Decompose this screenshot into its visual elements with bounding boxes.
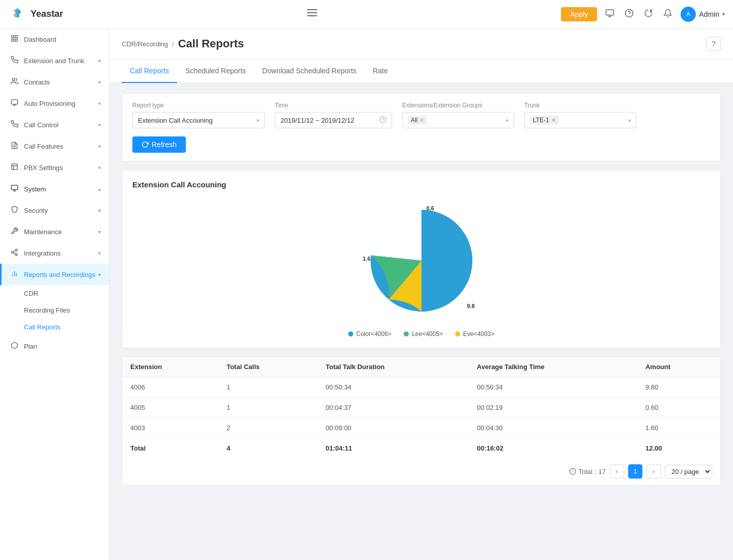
table-header-row: Extension Total Calls Total Talk Duratio… [122,357,720,377]
report-type-label: Report type [132,102,265,109]
sidebar-item-system[interactable]: System ▴ [0,178,109,200]
trunk-field: Trunk LTE-1 ✕ ▾ [524,102,636,128]
per-page-select[interactable]: 20 / page [665,465,712,479]
report-type-select[interactable]: Extension Call Accouning ▾ [132,112,265,128]
svg-rect-14 [11,39,13,41]
label-16: 1.6 [363,256,371,262]
cdr-label: CDR [24,290,38,297]
dashboard-icon [10,35,19,44]
sidebar-item-call-control[interactable]: Call Control ▾ [0,114,109,135]
sidebar-item-security[interactable]: Security ▾ [0,200,109,221]
sidebar-item-call-features[interactable]: Call Features ▾ [0,135,109,157]
cell-total-duration: 01:04:11 [318,438,469,459]
legend-label-eve4003: Eve<4003> [463,330,494,338]
call-reports-label: Call Reports [24,323,61,331]
monitor-icon[interactable] [603,7,616,22]
sidebar-item-label: Call Control [24,121,59,129]
sidebar-item-auto-provisioning[interactable]: Auto Provisioning ▾ [0,93,109,114]
apply-button[interactable]: Apply [561,7,597,21]
ext-groups-value: All [411,117,417,124]
sidebar-sub-item-call-reports[interactable]: Call Reports [0,319,109,335]
help-icon[interactable]: ? [707,37,721,51]
cloud-icon[interactable] [642,7,655,22]
sidebar-item-label: System [24,185,46,193]
sidebar-item-integrations[interactable]: Intergrations ▾ [0,242,109,264]
total-label: Total [578,468,592,475]
content-body: Report type Extension Call Accouning ▾ T… [109,83,733,495]
current-page-button[interactable]: 1 [628,464,642,479]
sidebar-sub-item-cdr[interactable]: CDR [0,285,109,302]
col-amount: Amount [637,357,720,377]
cell-amount: 1.60 [637,418,720,438]
plan-icon [10,342,19,351]
sidebar-item-contacts[interactable]: Contacts ▾ [0,71,109,93]
tabs-container: Call Reports Scheduled Reports Download … [109,60,733,83]
tab-scheduled-reports[interactable]: Scheduled Reports [177,60,254,83]
trunk-remove-icon[interactable]: ✕ [551,117,556,124]
cell-amount: 0.60 [637,398,720,418]
table-row: 4003 2 00:09:00 00:04:30 1.60 [122,418,720,438]
cell-total-duration: 00:04:37 [318,398,469,418]
call-control-icon [10,120,19,129]
pagination-total: Total: 17 [569,468,606,475]
header-right: Apply A Admin ▾ [561,7,725,22]
auto-provisioning-icon [10,99,19,108]
time-input[interactable]: 2019/11/12 ~ 2019/12/12 [275,112,392,128]
svg-point-2 [18,11,21,14]
cell-extension: 4006 [122,377,218,398]
tab-rate[interactable]: Rate [364,60,396,83]
sidebar-item-pbx-settings[interactable]: PBX Settings ▾ [0,157,109,178]
sidebar-sub-item-recording-files[interactable]: Recording Files [0,302,109,319]
refresh-button[interactable]: Refresh [132,136,186,153]
svg-rect-4 [307,12,317,13]
next-page-button[interactable]: › [646,464,661,479]
table-row: 4005 1 00:04:37 00:02:19 0.60 [122,398,720,418]
user-name: Admin [699,10,719,18]
total-icon [569,468,576,475]
chevron-icon: ▾ [98,165,101,171]
cell-avg-time: 00:04:30 [469,418,637,438]
legend-dot-yellow [455,331,460,337]
tab-call-reports[interactable]: Call Reports [122,60,177,83]
cell-extension: 4003 [122,418,218,438]
ext-groups-remove-icon[interactable]: ✕ [419,117,424,124]
cell-total-duration: 00:50:34 [318,377,469,398]
select-arrow-icon: ▾ [257,118,259,123]
trunk-tag: LTE-1 ✕ [530,116,559,125]
chevron-icon: ▾ [98,122,101,128]
svg-rect-23 [11,185,18,190]
trunk-label: Trunk [524,102,636,109]
legend-item-lee4005: Lee<4005> [404,330,443,338]
logo-icon [8,5,26,23]
breadcrumb-parent: CDR/Recording [122,40,168,48]
trunk-select[interactable]: LTE-1 ✕ ▾ [524,112,636,128]
recording-files-label: Recording Files [24,306,70,314]
col-extension: Extension [122,357,218,377]
legend-item-color4006: Color<4006> [348,330,391,338]
ext-groups-select[interactable]: All ✕ ▾ [402,112,514,128]
reports-icon [10,270,19,279]
svg-rect-22 [11,164,17,170]
cell-total-label: Total [122,438,218,459]
sidebar-item-extension-trunk[interactable]: Extension and Trunk ▾ [0,50,109,71]
select-arrow-icon: ▾ [628,118,631,123]
chevron-down-icon: ▾ [722,11,725,17]
sidebar-item-plan[interactable]: Plan [0,335,109,357]
sidebar-item-maintenance[interactable]: Maintenance ▾ [0,221,109,242]
menu-toggle-icon[interactable] [305,6,319,22]
sidebar-item-dashboard[interactable]: Dashboard [0,29,109,50]
svg-rect-15 [15,39,17,41]
question-icon[interactable] [623,7,636,22]
pbx-settings-icon [10,163,19,172]
bell-icon[interactable] [661,7,674,22]
prev-page-button[interactable]: ‹ [610,464,624,479]
chevron-icon: ▾ [98,101,101,106]
svg-rect-5 [307,15,317,16]
svg-rect-17 [11,100,18,104]
tab-download-scheduled[interactable]: Download Scheduled Reports [254,60,364,83]
report-type-value: Extension Call Accouning [138,117,213,124]
user-area[interactable]: A Admin ▾ [681,7,725,22]
sidebar-item-reports-recordings[interactable]: Reports and Recordings ▾ [0,264,109,285]
sidebar-item-label: Call Features [24,143,63,150]
maintenance-icon [10,227,19,236]
